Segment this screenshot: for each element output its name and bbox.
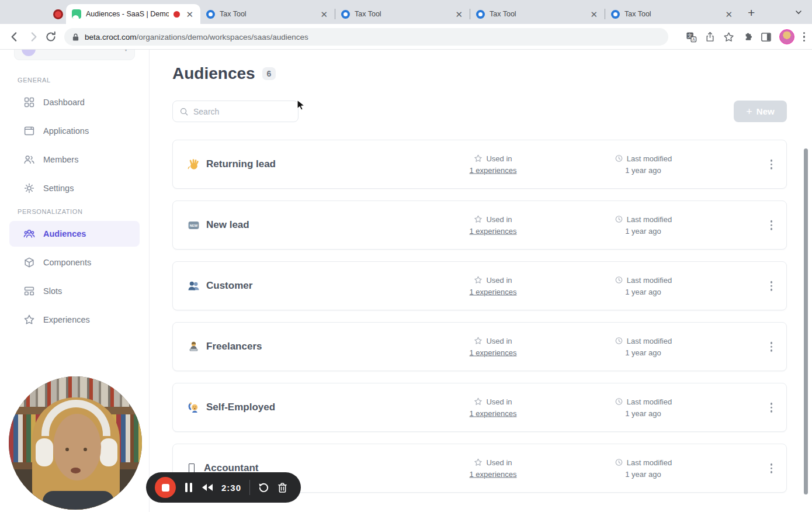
workspace-selector[interactable]: ▾ [14,50,135,60]
star-icon [474,337,483,345]
workspace-avatar [22,50,36,56]
audience-row[interactable]: Freelancers Used in 1 experiences Last m… [172,322,787,371]
stop-recording-button[interactable] [155,477,176,498]
croct-favicon-icon [72,9,81,19]
search-input[interactable] [193,107,292,116]
star-icon [474,276,483,285]
last-modified-value: 1 year ago [625,166,661,175]
browser-menu-button[interactable] [802,31,807,43]
sidebar-item-label: Experiences [43,315,90,324]
tab-close-icon[interactable]: ✕ [454,9,464,20]
tab-tax-tool-2[interactable]: Tax Tool ✕ [335,4,470,24]
audience-row[interactable]: NEW New lead Used in 1 experiences Last … [172,200,787,250]
back-button[interactable] [8,30,21,43]
page-scrollbar[interactable] [804,148,808,494]
audience-row[interactable]: Self-Employed Used in 1 experiences Last… [172,383,787,432]
sidebar-item-members[interactable]: Members [9,147,140,172]
sidebar-item-label: Components [43,258,91,267]
experiences-link[interactable]: 1 experiences [470,227,517,236]
experiences-link[interactable]: 1 experiences [470,288,517,296]
star-icon [474,397,483,406]
row-menu-button[interactable] [768,218,775,233]
tab-tax-tool-3[interactable]: Tax Tool ✕ [470,4,605,24]
experiences-link[interactable]: 1 experiences [470,166,517,175]
clock-icon [615,215,623,224]
used-in-label: Used in [486,154,512,163]
bookmark-star-icon[interactable] [723,32,734,43]
last-modified-label: Last modified [627,154,672,163]
side-panel-icon[interactable] [761,32,772,43]
browser-toolbar: beta.croct.com/organizations/demo/worksp… [0,24,812,50]
missing-glyph-box-icon [189,463,195,473]
used-in-label: Used in [486,397,512,406]
search-icon [179,107,189,116]
address-bar[interactable]: beta.croct.com/organizations/demo/worksp… [64,28,668,46]
new-tab-button[interactable]: + [748,6,755,20]
last-modified-value: 1 year ago [625,227,661,236]
last-modified-value: 1 year ago [625,288,661,296]
sidebar-item-audiences[interactable]: Audiences [9,221,140,247]
mouse-cursor [297,99,306,114]
audience-row[interactable]: Customer Used in 1 experiences Last modi… [172,261,787,310]
reload-button[interactable] [44,30,57,43]
profile-avatar[interactable] [779,29,794,44]
audience-row[interactable]: Returning lead Used in 1 experiences Las… [172,140,787,189]
rewind-button[interactable] [202,483,213,492]
last-modified-label: Last modified [627,337,672,345]
audience-name: Returning lead [188,158,276,171]
row-menu-button[interactable] [768,461,775,476]
clock-icon [615,397,623,406]
sidebar-item-experiences[interactable]: Experiences [9,307,140,333]
row-menu-button[interactable] [768,279,775,293]
row-menu-button[interactable] [768,157,775,172]
sidebar-item-settings[interactable]: Settings [9,175,140,201]
experiences-link[interactable]: 1 experiences [470,470,517,479]
search-box[interactable] [172,101,299,122]
recording-control-bar: 2:30 [146,472,301,503]
busts-emoji-icon [188,280,200,292]
pause-recording-button[interactable] [184,482,193,493]
sidebar-item-slots[interactable]: Slots [9,278,140,304]
audience-name: Self-Employed [188,402,275,414]
tab-tax-tool-4[interactable]: Tax Tool ✕ [605,4,740,24]
tab-close-icon[interactable]: ✕ [319,9,329,20]
tab-audiences[interactable]: Audiences - SaaS | Demo ✕ [66,4,200,24]
forward-button[interactable] [27,30,40,43]
restart-recording-button[interactable] [258,482,269,493]
delete-recording-button[interactable] [277,482,287,493]
star-icon [474,154,483,163]
sidebar-item-dashboard[interactable]: Dashboard [9,89,140,115]
audience-count-badge: 6 [262,67,276,80]
extensions-puzzle-icon[interactable] [742,32,753,43]
translate-icon[interactable]: 文A [686,32,697,43]
new-audience-button[interactable]: + New [734,101,787,122]
tab-close-icon[interactable]: ✕ [185,9,195,20]
star-icon [474,215,483,224]
last-modified-label: Last modified [627,458,672,467]
audiences-icon [23,228,35,240]
sidebar-item-applications[interactable]: Applications [9,118,140,144]
tab-search-chevron-icon[interactable] [794,8,803,19]
tab-close-icon[interactable]: ✕ [589,9,599,20]
tab-close-icon[interactable]: ✕ [724,9,734,20]
sidebar-item-label: Slots [43,286,62,296]
url-text: beta.croct.com/organizations/demo/worksp… [85,33,308,41]
padlock-icon [72,33,79,41]
clock-icon [615,458,623,467]
sidebar-item-label: Audiences [43,229,86,238]
tab-tax-tool-1[interactable]: Tax Tool ✕ [200,4,335,24]
tab-title: Audiences - SaaS | Demo [86,10,169,18]
divider [249,480,250,495]
used-in-label: Used in [486,458,512,467]
row-menu-button[interactable] [768,340,775,354]
last-modified-value: 1 year ago [625,409,661,418]
audience-name: NEW New lead [188,219,249,231]
sidebar-item-components[interactable]: Components [9,250,140,275]
experiences-link[interactable]: 1 experiences [470,409,517,418]
section-label-personalization: PERSONALIZATION [18,208,149,215]
settings-gear-icon [23,182,35,194]
main-content: Audiences 6 + New Returning lead Used in… [150,50,812,512]
experiences-link[interactable]: 1 experiences [470,348,517,357]
share-icon[interactable] [705,32,716,43]
row-menu-button[interactable] [768,400,775,415]
